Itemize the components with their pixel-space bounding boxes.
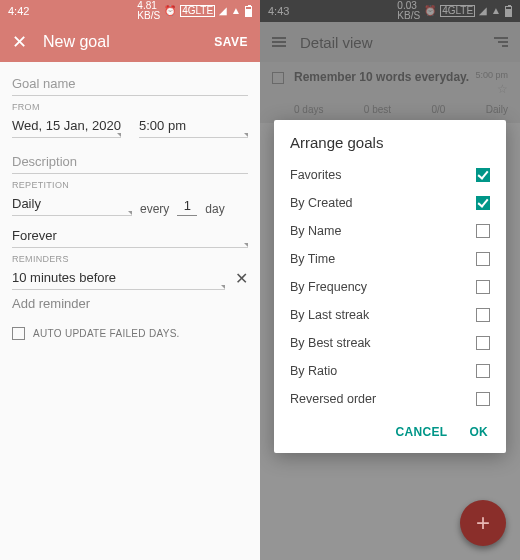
option-row[interactable]: By Name xyxy=(290,217,490,245)
option-label: By Name xyxy=(290,224,341,238)
option-checkbox[interactable] xyxy=(476,252,490,266)
phone-left-new-goal: 4:42 4.81KB/S ⏰ 4GLTE ◢ ▲ ✕ New goal SAV… xyxy=(0,0,260,560)
duration-value: Forever xyxy=(12,228,57,243)
add-fab[interactable]: + xyxy=(460,500,506,546)
close-icon[interactable]: ✕ xyxy=(12,33,27,51)
option-checkbox[interactable] xyxy=(476,280,490,294)
option-row[interactable]: By Created xyxy=(290,189,490,217)
option-row[interactable]: By Ratio xyxy=(290,357,490,385)
battery-icon xyxy=(245,6,252,17)
auto-update-label: AUTO UPDATE FAILED DAYS. xyxy=(33,328,180,339)
from-label: FROM xyxy=(12,102,248,112)
time-field[interactable]: 5:00 pm xyxy=(139,114,248,138)
net-speed-icon: 4.81KB/S xyxy=(137,1,160,21)
option-label: Favorites xyxy=(290,168,341,182)
option-checkbox[interactable] xyxy=(476,308,490,322)
repetition-label: REPETITION xyxy=(12,180,248,190)
option-label: By Last streak xyxy=(290,308,369,322)
option-row[interactable]: By Best streak xyxy=(290,329,490,357)
alarm-icon: ⏰ xyxy=(164,6,176,16)
option-checkbox[interactable] xyxy=(476,196,490,210)
reminders-label: REMINDERS xyxy=(12,254,248,264)
dropdown-icon xyxy=(221,285,225,289)
arrange-goals-dialog: Arrange goals FavoritesBy CreatedBy Name… xyxy=(274,120,506,453)
dropdown-icon xyxy=(244,243,248,247)
new-goal-form: Goal name FROM Wed, 15 Jan, 2020 5:00 pm… xyxy=(0,62,260,340)
signal-icon: ▲ xyxy=(231,6,241,16)
option-label: By Time xyxy=(290,252,335,266)
phone-right-detail-view: 4:43 0.03KB/S ⏰ 4GLTE ◢ ▲ Detail view Re… xyxy=(260,0,520,560)
option-checkbox[interactable] xyxy=(476,336,490,350)
option-row[interactable]: Favorites xyxy=(290,161,490,189)
every-number-input[interactable]: 1 xyxy=(177,198,197,216)
auto-update-checkbox[interactable] xyxy=(12,327,25,340)
date-field[interactable]: Wed, 15 Jan, 2020 xyxy=(12,114,121,138)
reminder-value: 10 minutes before xyxy=(12,270,116,285)
option-label: By Ratio xyxy=(290,364,337,378)
option-label: By Created xyxy=(290,196,353,210)
date-value: Wed, 15 Jan, 2020 xyxy=(12,118,121,133)
option-row[interactable]: Reversed order xyxy=(290,385,490,413)
appbar-title: New goal xyxy=(43,33,214,51)
dialog-title: Arrange goals xyxy=(290,134,490,151)
cancel-button[interactable]: CANCEL xyxy=(396,425,448,439)
remove-reminder-icon[interactable]: ✕ xyxy=(235,269,248,288)
status-bar: 4:42 4.81KB/S ⏰ 4GLTE ◢ ▲ xyxy=(0,0,260,22)
option-label: By Frequency xyxy=(290,280,367,294)
ok-button[interactable]: OK xyxy=(469,425,488,439)
time-value: 5:00 pm xyxy=(139,118,186,133)
every-label: every xyxy=(140,202,169,216)
every-unit: day xyxy=(205,202,224,216)
add-reminder-button[interactable]: Add reminder xyxy=(12,290,248,315)
option-row[interactable]: By Last streak xyxy=(290,301,490,329)
wifi-icon: ◢ xyxy=(219,6,227,16)
save-button[interactable]: SAVE xyxy=(214,35,248,49)
app-bar: ✕ New goal SAVE xyxy=(0,22,260,62)
repetition-select[interactable]: Daily xyxy=(12,192,132,216)
status-time: 4:42 xyxy=(8,5,29,17)
dropdown-icon xyxy=(244,133,248,137)
option-row[interactable]: By Frequency xyxy=(290,273,490,301)
goal-name-input[interactable]: Goal name xyxy=(12,70,248,96)
reminder-select[interactable]: 10 minutes before xyxy=(12,266,225,290)
option-label: Reversed order xyxy=(290,392,376,406)
option-label: By Best streak xyxy=(290,336,371,350)
option-checkbox[interactable] xyxy=(476,224,490,238)
option-checkbox[interactable] xyxy=(476,168,490,182)
volte-icon: 4GLTE xyxy=(180,5,215,17)
repetition-value: Daily xyxy=(12,196,41,211)
option-checkbox[interactable] xyxy=(476,364,490,378)
status-icons: 4.81KB/S ⏰ 4GLTE ◢ ▲ xyxy=(137,1,252,21)
duration-select[interactable]: Forever xyxy=(12,222,248,248)
option-checkbox[interactable] xyxy=(476,392,490,406)
description-input[interactable]: Description xyxy=(12,148,248,174)
dropdown-icon xyxy=(117,133,121,137)
option-row[interactable]: By Time xyxy=(290,245,490,273)
dropdown-icon xyxy=(128,211,132,215)
